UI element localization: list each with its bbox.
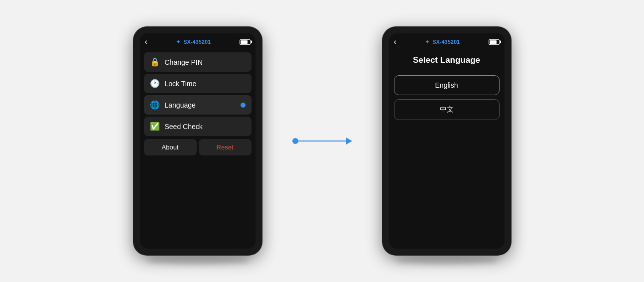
arrow-dot: [292, 138, 298, 144]
select-language-title: Select Language: [413, 55, 480, 65]
battery-fill-left: [241, 40, 248, 44]
chinese-option[interactable]: 中文: [394, 99, 500, 120]
device-right: ‹ ✦ SX-435201 Select Language English: [382, 26, 512, 256]
screen-left: ‹ ✦ SX-435201 🔒 Change PIN: [140, 33, 256, 249]
bluetooth-icon-left: ✦: [176, 38, 181, 45]
device-info-left: ✦ SX-435201: [176, 38, 211, 45]
menu-item-language[interactable]: 🌐 Language: [144, 95, 252, 115]
bottom-row: About Reset: [144, 139, 252, 155]
menu-content-left: 🔒 Change PIN 🕐 Lock Time 🌐 Language ✅ Se…: [140, 49, 256, 249]
arrow-head: [346, 138, 352, 144]
device-id-right: SX-435201: [432, 39, 460, 45]
lock-icon: 🔒: [150, 57, 160, 67]
scene: ‹ ✦ SX-435201 🔒 Change PIN: [0, 0, 644, 282]
back-button-left[interactable]: ‹: [145, 37, 147, 46]
menu-item-seed-check[interactable]: ✅ Seed Check: [144, 117, 252, 136]
chinese-label: 中文: [440, 105, 454, 113]
about-button[interactable]: About: [144, 139, 197, 155]
language-label: Language: [165, 101, 196, 109]
clock-icon: 🕐: [150, 79, 160, 88]
reset-button[interactable]: Reset: [199, 139, 252, 155]
reset-label: Reset: [217, 143, 234, 151]
menu-item-change-pin[interactable]: 🔒 Change PIN: [144, 52, 252, 72]
back-button-right[interactable]: ‹: [394, 37, 396, 46]
battery-left: [240, 39, 251, 45]
battery-body-right: [489, 39, 500, 45]
english-label: English: [435, 81, 458, 89]
globe-icon: 🌐: [150, 100, 160, 110]
battery-body-left: [240, 39, 251, 45]
device-info-right: ✦ SX-435201: [425, 38, 460, 45]
checkmark-icon: ✅: [150, 122, 160, 131]
bluetooth-icon-right: ✦: [425, 38, 430, 45]
battery-right: [489, 39, 500, 45]
english-option[interactable]: English: [394, 75, 500, 95]
screen-right: ‹ ✦ SX-435201 Select Language English: [389, 33, 505, 249]
battery-fill-right: [490, 40, 497, 44]
about-label: About: [162, 143, 179, 151]
change-pin-label: Change PIN: [165, 58, 203, 66]
arrow-connector: [292, 138, 352, 144]
arrow-line: [298, 141, 346, 141]
status-bar-right: ‹ ✦ SX-435201: [389, 33, 505, 49]
menu-item-lock-time[interactable]: 🕐 Lock Time: [144, 74, 252, 93]
lock-time-label: Lock Time: [165, 80, 197, 88]
seed-check-label: Seed Check: [165, 123, 203, 131]
device-left: ‹ ✦ SX-435201 🔒 Change PIN: [133, 26, 262, 256]
device-id-left: SX-435201: [183, 39, 211, 45]
language-selected-dot: [241, 103, 246, 108]
language-screen-content: Select Language English 中文: [389, 49, 505, 249]
status-bar-left: ‹ ✦ SX-435201: [140, 33, 256, 49]
